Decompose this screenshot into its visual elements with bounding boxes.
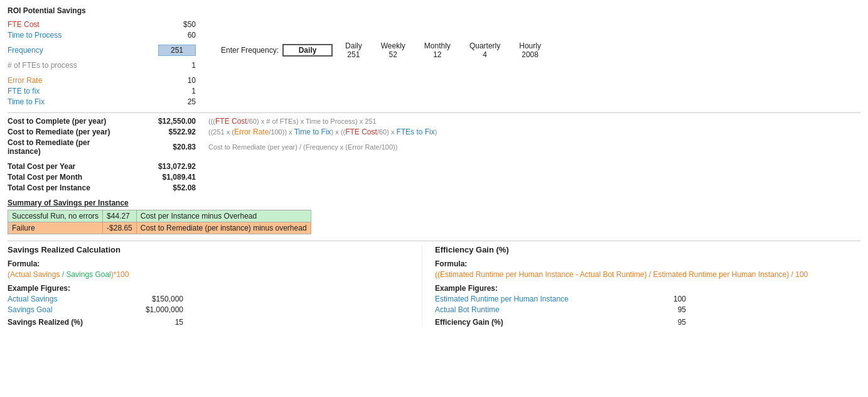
cost-remediate-instance-value: $20.83 <box>121 143 196 151</box>
estimated-runtime-label: Estimated Runtime per Human Instance <box>435 295 636 303</box>
actual-bot-label: Actual Bot Runtime <box>435 305 636 314</box>
error-rate-value: 10 <box>121 76 196 85</box>
efficiency-gain-title: Efficiency Gain (%) <box>435 245 860 254</box>
summary-success-value: $44.27 <box>103 210 137 222</box>
time-to-process-value: 60 <box>121 31 196 40</box>
cost-remediate-value: $522.92 <box>121 128 196 136</box>
page-title: ROI Potential Savings <box>8 6 860 15</box>
savings-example-label: Example Figures: <box>8 284 409 293</box>
summary-table: Successful Run, no errors $44.27 Cost pe… <box>8 210 311 234</box>
summary-success-desc: Cost per Instance minus Overhead <box>136 210 311 222</box>
freq-col-monthly: Monthly12 <box>424 41 451 59</box>
cost-remediate-formula: ((251 x (Error Rate/100)) x Time to Fix)… <box>208 128 437 136</box>
savings-formula: (Actual Savings / Savings Goal)*100 <box>8 270 409 279</box>
total-instance-label: Total Cost per Instance <box>8 183 121 192</box>
time-to-fix-label: Time to Fix <box>8 97 121 106</box>
cost-complete-label: Cost to Complete (per year) <box>8 117 121 126</box>
summary-failure-desc: Cost to Remediate (per instance) minus o… <box>136 222 311 234</box>
freq-col-quarterly: Quarterly4 <box>469 41 500 59</box>
efficiency-result-value: 95 <box>636 318 686 327</box>
error-rate-label: Error Rate <box>8 76 121 85</box>
enter-frequency-label: Enter Frequency: <box>221 46 279 55</box>
total-month-value: $1,089.41 <box>121 173 196 182</box>
savings-goal-label: Savings Goal <box>8 305 133 314</box>
fte-to-fix-label: FTE to fix <box>8 87 121 95</box>
cost-complete-formula: (((FTE Cost/60) x # of FTEs) x Time to P… <box>208 117 377 126</box>
frequency-label: Frequency <box>8 46 121 55</box>
savings-result-value: 15 <box>133 318 183 327</box>
fte-to-fix-value: 1 <box>121 87 196 95</box>
time-to-fix-value: 25 <box>121 97 196 106</box>
efficiency-example-label: Example Figures: <box>435 284 860 293</box>
summary-row-failure: Failure -$28.65 Cost to Remediate (per i… <box>8 222 311 234</box>
efficiency-result-label: Efficiency Gain (%) <box>435 318 636 327</box>
estimated-runtime-value: 100 <box>636 295 686 303</box>
actual-savings-value: $150,000 <box>133 295 183 303</box>
efficiency-formula: ((Estimated Runtime per Human Instance -… <box>435 270 860 279</box>
savings-formula-label: Formula: <box>8 259 409 268</box>
savings-goal-value: $1,000,000 <box>133 305 183 314</box>
actual-bot-value: 95 <box>636 305 686 314</box>
savings-realized-title: Savings Realized Calculation <box>8 245 409 254</box>
actual-savings-label: Actual Savings <box>8 295 133 303</box>
num-ftes-label: # of FTEs to process <box>8 61 121 70</box>
cost-remediate-instance-label: Cost to Remediate (per instance) <box>8 138 121 156</box>
total-instance-value: $52.08 <box>121 183 196 192</box>
frequency-value: 251 <box>121 45 196 56</box>
savings-result-label: Savings Realized (%) <box>8 318 133 327</box>
summary-title: Summary of Savings per Instance <box>8 198 860 207</box>
cost-remediate-label: Cost to Remediate (per year) <box>8 128 121 136</box>
cost-remediate-instance-formula: Cost to Remediate (per year) / (Frequenc… <box>208 143 397 151</box>
summary-failure-label: Failure <box>8 222 103 234</box>
freq-col-hourly: Hourly2008 <box>519 41 541 59</box>
total-year-value: $13,072.92 <box>121 162 196 171</box>
fte-cost-value: $50 <box>121 20 196 29</box>
cost-complete-value: $12,550.00 <box>121 117 196 126</box>
freq-col-weekly: Weekly52 <box>381 41 405 59</box>
freq-col-daily: Daily251 <box>345 41 362 59</box>
total-month-label: Total Cost per Month <box>8 173 121 182</box>
summary-failure-value: -$28.65 <box>103 222 137 234</box>
efficiency-gain-panel: Efficiency Gain (%) Formula: ((Estimated… <box>422 245 860 327</box>
summary-success-label: Successful Run, no errors <box>8 210 103 222</box>
frequency-input[interactable]: Daily <box>282 44 333 57</box>
time-to-process-label: Time to Process <box>8 31 121 40</box>
efficiency-formula-label: Formula: <box>435 259 860 268</box>
summary-row-success: Successful Run, no errors $44.27 Cost pe… <box>8 210 311 222</box>
total-year-label: Total Cost per Year <box>8 162 121 171</box>
fte-cost-label: FTE Cost <box>8 20 121 29</box>
savings-realized-panel: Savings Realized Calculation Formula: (A… <box>8 245 422 327</box>
num-ftes-value: 1 <box>121 61 196 70</box>
